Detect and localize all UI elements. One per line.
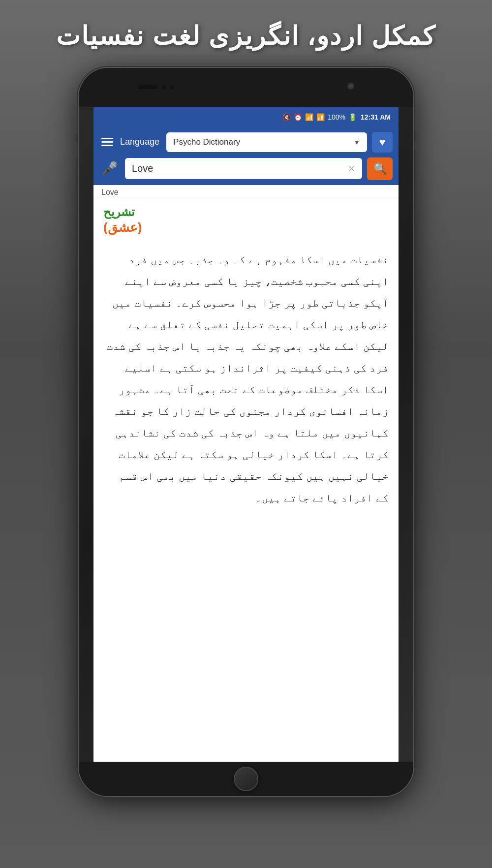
hamburger-button[interactable] [99, 136, 115, 148]
phone-bottom [79, 762, 413, 796]
phone-speaker [138, 85, 157, 89]
search-input-value: Love [132, 163, 153, 174]
dictionary-name-label: Psycho Dictionary [173, 137, 240, 147]
language-label: Language [120, 137, 159, 147]
urdu-definition-text: نفسیات میں اسکا مفہوم ہے کہ وہ جذبہ جس م… [103, 249, 389, 509]
phone-screen: 🔇 ⏰ 📶 📶 100% 🔋 12:31 AM Language Ps [93, 107, 399, 767]
mute-icon: 🔇 [282, 113, 291, 121]
hamburger-line-1 [101, 138, 113, 139]
word-tag: Love [93, 185, 399, 200]
urdu-content: تشریح (عشق) نفسیات میں اسکا مفہوم ہے کہ … [93, 200, 399, 519]
wifi-icon: 📶 [305, 113, 313, 121]
signal-strength: 📶 [316, 113, 325, 121]
speaker-dot-1 [162, 85, 166, 89]
speaker-dot-2 [170, 85, 174, 89]
status-icons: 🔇 ⏰ 📶 📶 100% 🔋 [282, 113, 357, 121]
heart-icon: ♥ [379, 136, 385, 149]
header-row1: Language Psycho Dictionary ▼ ♥ [99, 132, 393, 153]
microphone-icon: 🎤 [102, 161, 118, 176]
ishq-label: (عشق) [103, 220, 147, 235]
chevron-down-icon: ▼ [353, 138, 360, 146]
app-header: Language Psycho Dictionary ▼ ♥ 🎤 Love ✕ [93, 127, 399, 185]
phone-top [79, 68, 413, 107]
hamburger-line-3 [101, 145, 113, 146]
status-time: 12:31 AM [361, 113, 391, 121]
search-box[interactable]: Love ✕ [125, 158, 362, 179]
search-button[interactable]: 🔍 [367, 157, 393, 180]
favorites-button[interactable]: ♥ [372, 132, 393, 153]
clear-icon[interactable]: ✕ [348, 163, 355, 174]
dictionary-dropdown[interactable]: Psycho Dictionary ▼ [166, 132, 367, 152]
urdu-heading: کمکل اردو، انگریزی لغت نفسیات [0, 0, 492, 68]
microphone-button[interactable]: 🎤 [99, 158, 120, 179]
alarm-icon: ⏰ [294, 113, 302, 121]
front-camera [347, 83, 354, 90]
hamburger-line-2 [101, 141, 113, 143]
content-area: Love تشریح (عشق) نفسیات میں اسکا مفہوم ہ… [93, 185, 399, 767]
battery-percentage: 100% [328, 113, 345, 121]
search-icon: 🔍 [373, 162, 387, 175]
home-button[interactable] [234, 767, 258, 791]
sharh-label: تشریح [103, 205, 140, 219]
battery-icon: 🔋 [348, 113, 357, 121]
header-row2: 🎤 Love ✕ 🔍 [99, 157, 393, 180]
phone-frame: 🔇 ⏰ 📶 📶 100% 🔋 12:31 AM Language Ps [79, 68, 413, 796]
status-bar: 🔇 ⏰ 📶 📶 100% 🔋 12:31 AM [93, 107, 399, 127]
